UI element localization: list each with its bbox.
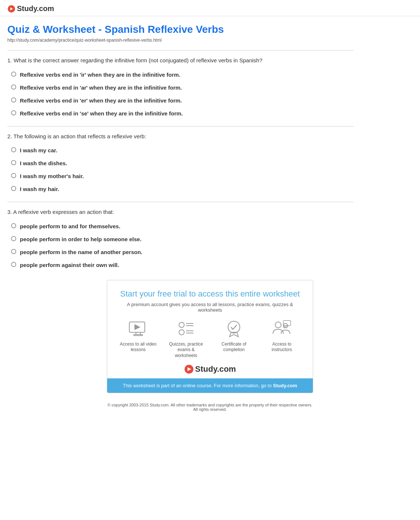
svg-point-14 [275, 322, 281, 328]
svg-rect-5 [134, 334, 143, 336]
answer-3-2[interactable]: people perform in order to help someone … [7, 235, 354, 243]
answer-3-3[interactable]: people perform in the name of another pe… [7, 248, 354, 256]
answer-2-3-text: I wash my mother's hair. [20, 172, 84, 180]
question-1-number: 1 [7, 57, 10, 63]
instructors-icon [272, 320, 292, 339]
footer-rights: All rights reserved. [7, 407, 413, 412]
answer-1-1[interactable]: Reflexive verbs end in 'ir' when they ar… [7, 71, 354, 79]
cta-logo: Study.com [116, 364, 304, 374]
svg-rect-16 [283, 320, 291, 326]
certificate-icon [224, 320, 244, 339]
answer-3-1[interactable]: people perform to and for themselves. [7, 222, 354, 230]
question-2-body: The following is an action that reflects… [13, 133, 146, 139]
answer-3-2-text: people perform in order to help someone … [20, 235, 141, 243]
answer-1-2-text: Reflexive verbs end in 'ar' when they ar… [20, 84, 182, 91]
cta-title: Start your free trial to access this ent… [116, 289, 304, 299]
answer-1-3[interactable]: Reflexive verbs end in 'er' when they ar… [7, 97, 354, 104]
answer-2-2-text: I wash the dishes. [20, 159, 67, 167]
radio-3-1[interactable] [11, 223, 16, 228]
cta-logo-icon [184, 364, 194, 374]
radio-1-3[interactable] [11, 97, 16, 103]
radio-2-4[interactable] [11, 186, 16, 191]
cta-subtitle: A premium account gives you access to al… [116, 302, 304, 313]
page-title: Quiz & Worksheet - Spanish Reflexive Ver… [7, 24, 354, 35]
footer-copyright: © copyright 2003-2015 Study.com. All oth… [7, 403, 413, 407]
cta-box: Start your free trial to access this ent… [107, 280, 313, 394]
answer-2-1-text: I wash my car. [20, 146, 57, 154]
answer-3-1-text: people perform to and for themselves. [20, 222, 120, 230]
answer-2-4[interactable]: I wash my hair. [7, 185, 354, 193]
radio-1-1[interactable] [11, 72, 16, 77]
divider-2 [7, 202, 354, 202]
svg-point-6 [179, 322, 184, 327]
answer-3-4-text: people perform against their own will. [20, 261, 119, 269]
cta-video-label: Access to all video lessons [120, 342, 157, 353]
question-1: 1. What is the correct answer regarding … [7, 56, 354, 117]
cta-quizzes-label: Quizzes, practice exams & worksheets [168, 342, 204, 359]
answer-1-3-text: Reflexive verbs end in 'er' when they ar… [20, 97, 182, 104]
question-3-body: A reflexive verb expresses an action tha… [13, 209, 114, 215]
question-3-number: 3 [7, 209, 10, 215]
answer-2-1[interactable]: I wash my car. [7, 146, 354, 154]
radio-2-1[interactable] [11, 147, 16, 152]
radio-3-2[interactable] [11, 236, 16, 241]
page-url: http://study.com/academy/practice/quiz-w… [7, 38, 354, 43]
top-divider [7, 50, 354, 51]
cta-logo-text: Study.com [195, 364, 236, 374]
cta-icon-video: Access to all video lessons [120, 320, 157, 359]
answer-3-3-text: people perform in the name of another pe… [20, 248, 143, 256]
cta-banner: This worksheet is part of an online cour… [107, 378, 313, 393]
cta-container: Start your free trial to access this ent… [0, 280, 420, 394]
svg-point-9 [179, 330, 184, 335]
question-3: 3. A reflexive verb expresses an action … [7, 208, 354, 269]
answer-1-2[interactable]: Reflexive verbs end in 'ar' when they ar… [7, 84, 354, 91]
studycom-logo-icon [7, 5, 15, 13]
question-1-body: What is the correct answer regarding the… [14, 57, 262, 63]
main-content: Quiz & Worksheet - Spanish Reflexive Ver… [0, 16, 361, 269]
answer-2-4-text: I wash my hair. [20, 185, 59, 193]
question-2: 2. The following is an action that refle… [7, 132, 354, 193]
svg-point-12 [228, 321, 240, 333]
cta-icon-certificate: Certificate of completion [216, 320, 252, 359]
header: Study.com [0, 0, 420, 16]
answer-1-4[interactable]: Reflexive verbs end in 'se' when they ar… [7, 110, 354, 117]
cta-icons-row: Access to all video lessons [116, 320, 304, 359]
radio-1-2[interactable] [11, 84, 16, 90]
cta-icon-quizzes: Quizzes, practice exams & worksheets [168, 320, 204, 359]
answer-1-4-text: Reflexive verbs end in 'se' when they ar… [20, 110, 183, 117]
footer: © copyright 2003-2015 Study.com. All oth… [0, 397, 420, 417]
question-2-text: 2. The following is an action that refle… [7, 132, 354, 141]
cta-icon-instructors: Access to instructors [263, 320, 300, 359]
svg-marker-3 [134, 324, 140, 330]
answer-2-2[interactable]: I wash the dishes. [7, 159, 354, 167]
radio-2-2[interactable] [11, 160, 16, 165]
answer-1-1-text: Reflexive verbs end in 'ir' when they ar… [20, 71, 181, 79]
cta-banner-link[interactable]: Study.com [273, 383, 297, 388]
logo-text: Study.com [17, 4, 54, 13]
radio-3-4[interactable] [11, 262, 16, 267]
video-icon [128, 320, 148, 339]
radio-2-3[interactable] [11, 173, 16, 178]
cta-banner-text: This worksheet is part of an online cour… [123, 383, 273, 388]
cta-instructors-label: Access to instructors [263, 342, 300, 353]
question-2-number: 2 [7, 133, 10, 139]
cta-cert-label: Certificate of completion [216, 342, 252, 353]
answer-2-3[interactable]: I wash my mother's hair. [7, 172, 354, 180]
divider-1 [7, 126, 354, 126]
quizzes-icon [176, 320, 196, 339]
radio-3-3[interactable] [11, 249, 16, 254]
question-3-text: 3. A reflexive verb expresses an action … [7, 208, 354, 216]
cta-logo-row: Study.com [116, 364, 304, 374]
logo: Study.com [7, 4, 413, 13]
question-1-text: 1. What is the correct answer regarding … [7, 56, 354, 65]
radio-1-4[interactable] [11, 110, 16, 115]
answer-3-4[interactable]: people perform against their own will. [7, 261, 354, 269]
